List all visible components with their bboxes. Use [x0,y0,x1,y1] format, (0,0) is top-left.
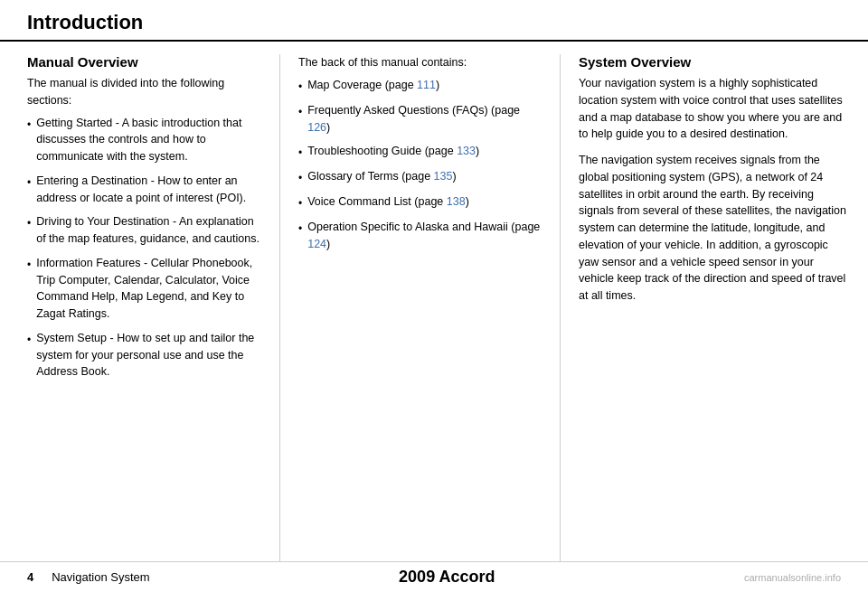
list-item-text: Frequently Asked Questions (FAQs) (page … [307,102,545,136]
bullet-icon: • [27,332,31,348]
bullet-icon: • [298,104,302,120]
bullet-icon: • [298,221,302,237]
list-item-text: Getting Started - A basic introduction t… [36,115,265,165]
page-header: Introduction [0,0,868,42]
left-bullet-list: •Getting Started - A basic introduction … [27,115,265,381]
list-item-text: Driving to Your Destination - An explana… [36,213,265,248]
list-item-text: Operation Specific to Alaska and Hawaii … [307,219,545,253]
right-section-body: Your navigation system is a highly sophi… [579,75,850,305]
list-item: •Entering a Destination - How to enter a… [27,173,265,207]
footer-watermark: carmanualsonline.info [744,572,841,583]
list-item: •Frequently Asked Questions (FAQs) (page… [298,102,545,136]
page-link[interactable]: 111 [417,79,436,91]
bullet-icon: • [27,257,31,273]
list-item-text: System Setup - How to set up and tailor … [36,330,265,381]
middle-column: The back of this manual contains: •Map C… [280,54,561,561]
footer-nav-system-label: Navigation System [52,570,149,584]
bullet-icon: • [27,174,31,191]
list-item: •Map Coverage (page 111) [298,77,545,95]
right-para-1: Your navigation system is a highly sophi… [579,75,850,143]
list-item-text: Information Features - Cellular Phoneboo… [36,255,265,323]
page-footer: 4 Navigation System 2009 Accord carmanua… [0,561,868,592]
right-para-2: The navigation system receives signals f… [579,152,850,305]
list-item: •Getting Started - A basic introduction … [27,115,265,165]
list-item-text: Glossary of Terms (page 135) [307,168,456,185]
list-item: •Glossary of Terms (page 135) [298,168,545,186]
left-column: Manual Overview The manual is divided in… [0,54,280,561]
middle-bullet-list: •Map Coverage (page 111) •Frequently Ask… [298,77,545,253]
page-link[interactable]: 138 [447,195,466,208]
list-item: •Driving to Your Destination - An explan… [27,213,265,248]
list-item: •Troubleshooting Guide (page 133) [298,143,545,161]
page-title: Introduction [27,11,143,33]
bullet-icon: • [27,215,31,231]
page-link[interactable]: 126 [307,121,326,134]
page-link[interactable]: 124 [307,238,326,250]
list-item-text: Voice Command List (page 138) [307,193,469,211]
list-item-text: Troubleshooting Guide (page 133) [307,143,479,160]
bullet-icon: • [298,79,302,95]
footer-page-number: 4 [27,570,33,584]
list-item: •Operation Specific to Alaska and Hawaii… [298,219,545,253]
bullet-icon: • [298,170,302,186]
right-column: System Overview Your navigation system i… [561,54,868,561]
bullet-icon: • [298,195,302,211]
right-section-title: System Overview [579,54,850,70]
list-item-text: Entering a Destination - How to enter an… [36,173,265,207]
list-item: •Information Features - Cellular Phonebo… [27,255,265,323]
bullet-icon: • [298,145,302,161]
content-area: Manual Overview The manual is divided in… [0,42,868,561]
middle-intro-text: The back of this manual contains: [298,54,545,71]
left-section-title: Manual Overview [27,54,265,70]
page-link[interactable]: 135 [434,170,453,183]
list-item: •System Setup - How to set up and tailor… [27,330,265,381]
page-container: Introduction Manual Overview The manual … [0,0,868,592]
list-item: •Voice Command List (page 138) [298,193,545,211]
footer-center-text: 2009 Accord [150,568,744,587]
left-intro-text: The manual is divided into the following… [27,75,265,109]
footer-left: 4 Navigation System [27,570,150,584]
left-section-body: The manual is divided into the following… [27,75,265,381]
middle-section-body: The back of this manual contains: •Map C… [298,54,545,253]
page-link[interactable]: 133 [457,145,476,157]
list-item-text: Map Coverage (page 111) [307,77,439,94]
bullet-icon: • [27,117,31,133]
